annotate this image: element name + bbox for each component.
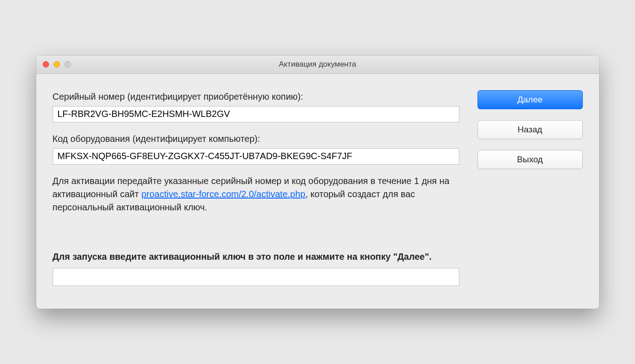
window-title: Активация документа: [36, 60, 599, 69]
activation-link[interactable]: proactive.star-force.com/2.0/activate.ph…: [141, 189, 305, 199]
button-panel: Далее Назад Выход: [477, 90, 583, 286]
titlebar: Активация документа: [36, 56, 599, 74]
serial-number-label: Серийный номер (идентифицирует приобретё…: [53, 90, 459, 103]
hardware-code-label: Код оборудования (идентифицирует компьют…: [53, 132, 459, 146]
serial-number-input[interactable]: [53, 106, 459, 122]
activation-key-input[interactable]: [53, 268, 459, 286]
left-panel: Серийный номер (идентифицирует приобретё…: [53, 90, 459, 286]
hardware-code-input[interactable]: [53, 148, 459, 165]
exit-button[interactable]: Выход: [477, 150, 583, 169]
close-icon[interactable]: [43, 61, 49, 68]
activation-instructions: Для активации передайте указанные серийн…: [53, 175, 459, 214]
minimize-icon[interactable]: [54, 61, 60, 68]
next-button[interactable]: Далее: [477, 90, 583, 109]
dialog-window: Активация документа Серийный номер (иден…: [36, 56, 599, 309]
content-area: Серийный номер (идентифицирует приобретё…: [36, 74, 599, 309]
back-button[interactable]: Назад: [477, 120, 583, 139]
maximize-icon: [64, 61, 71, 68]
traffic-lights: [36, 61, 71, 68]
activation-key-instruction: Для запуска введите активационный ключ в…: [53, 250, 459, 263]
